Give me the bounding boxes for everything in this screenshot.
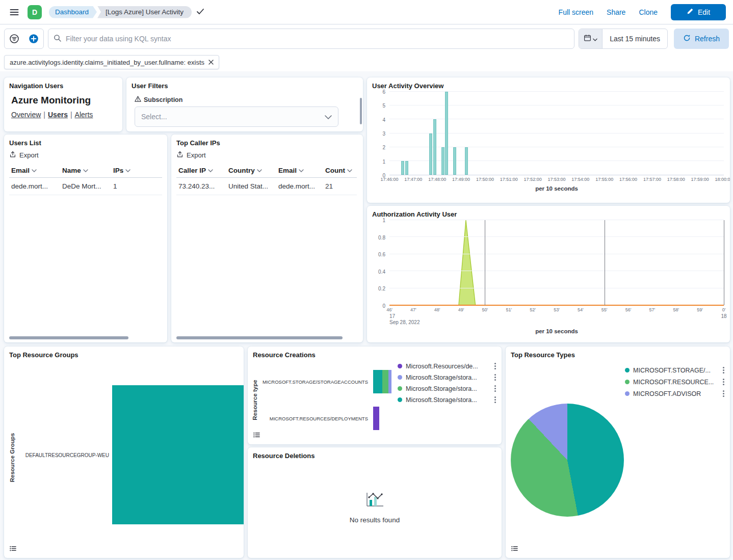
- x-tick-label: 53': [554, 307, 560, 312]
- x-axis-title: per 10 seconds: [389, 183, 724, 196]
- histogram-bar[interactable]: [429, 134, 432, 175]
- chevron-down-icon: [32, 169, 37, 172]
- column-header-name[interactable]: Name: [60, 164, 111, 178]
- y-tick-label: 0.8: [378, 234, 385, 240]
- column-header-ips[interactable]: IPs: [111, 164, 162, 178]
- close-icon[interactable]: [208, 60, 214, 65]
- legend-toggle-icon[interactable]: [9, 545, 17, 554]
- horizontal-scrollbar[interactable]: [176, 336, 343, 339]
- nav-link-overview[interactable]: Overview: [11, 111, 41, 119]
- column-header-country[interactable]: Country: [226, 164, 276, 178]
- histogram-bar[interactable]: [405, 161, 408, 175]
- resource-groups-bar[interactable]: [112, 385, 244, 524]
- bar-segment[interactable]: [382, 370, 388, 393]
- calendar-icon: [584, 34, 591, 43]
- hour-label: 17: [389, 313, 420, 319]
- category-label: MICROSOFT.STORAGE/STORAGEACCOUNTS: [252, 379, 373, 385]
- nav-link-alerts[interactable]: Alerts: [75, 111, 93, 119]
- panel-title: Resource Creations: [248, 346, 502, 359]
- resource-groups-chart: Resource Groups DEFAULTRESOURCEGROUP-WEU: [4, 346, 244, 558]
- subscription-select[interactable]: Select...: [135, 106, 338, 127]
- export-label: Export: [19, 151, 39, 159]
- category-label: DEFAULTRESOURCEGROUP-WEU: [14, 452, 109, 458]
- column-header-count[interactable]: Count: [323, 164, 357, 178]
- vertical-scrollbar[interactable]: [360, 98, 362, 124]
- ellipsis-icon[interactable]: [721, 389, 726, 398]
- filter-pill[interactable]: azure.activitylogs.identity.claims_initi…: [4, 55, 219, 69]
- legend-item[interactable]: MICROSOFT.RESOURCE...: [625, 378, 726, 386]
- legend-item[interactable]: Microsoft.Resources/de...: [398, 362, 498, 370]
- menu-icon[interactable]: [7, 5, 21, 19]
- full-screen-link[interactable]: Full screen: [559, 8, 593, 16]
- cell-caller-ip: 73.240.23...: [176, 178, 226, 195]
- bar-segment[interactable]: [373, 407, 379, 430]
- table-row[interactable]: 73.240.23... United Stat... dede.mort...…: [176, 178, 357, 195]
- calendar-button[interactable]: [579, 29, 603, 48]
- edit-label: Edit: [698, 8, 710, 16]
- histogram-bar[interactable]: [441, 147, 444, 175]
- legend-toggle-icon[interactable]: [253, 431, 260, 440]
- export-button[interactable]: Export: [176, 151, 206, 159]
- histogram-bar[interactable]: [453, 147, 456, 175]
- histogram-bar[interactable]: [465, 147, 468, 175]
- legend-label: Microsoft.Storage/stora...: [406, 385, 477, 392]
- gridline: [389, 147, 724, 147]
- column-header-email[interactable]: Email: [9, 164, 60, 178]
- ellipsis-icon[interactable]: [493, 384, 498, 393]
- bar-segment[interactable]: [373, 370, 382, 393]
- add-filter-icon[interactable]: [24, 29, 43, 48]
- histogram-bar[interactable]: [433, 119, 436, 175]
- nav-link-users[interactable]: Users: [48, 111, 68, 119]
- horizontal-scrollbar[interactable]: [9, 336, 128, 339]
- gridline: [389, 220, 724, 220]
- kql-search-input[interactable]: [66, 35, 569, 43]
- space-avatar[interactable]: D: [28, 5, 42, 19]
- histogram-bar[interactable]: [401, 161, 404, 175]
- x-tick-label: 17:59:00: [691, 177, 709, 182]
- stacked-bar[interactable]: [373, 407, 379, 430]
- user-activity-plot[interactable]: [389, 92, 724, 175]
- legend-item[interactable]: Microsoft.Storage/stora...: [398, 384, 498, 393]
- refresh-button[interactable]: Refresh: [674, 29, 729, 49]
- legend-toggle-icon[interactable]: [511, 545, 518, 554]
- ellipsis-icon[interactable]: [493, 373, 498, 382]
- stacked-bar[interactable]: [373, 370, 391, 393]
- resource-creations-legend: Microsoft.Resources/de...Microsoft.Stora…: [398, 362, 498, 404]
- ellipsis-icon[interactable]: [493, 395, 498, 404]
- resource-creations-rows: MICROSOFT.STORAGE/STORAGEACCOUNTSMICROSO…: [252, 366, 400, 440]
- time-range-button[interactable]: Last 15 minutes: [603, 29, 667, 48]
- panel-title: Top Resource Types: [506, 346, 730, 359]
- legend-item[interactable]: MICROSOFT.STORAGE/...: [625, 366, 726, 375]
- x-axis-end-hour: 18: [721, 313, 726, 319]
- x-tick-label: 17:53:00: [547, 177, 565, 182]
- x-tick-label: 17:47:00: [404, 177, 422, 182]
- share-link[interactable]: Share: [607, 8, 625, 16]
- edit-button[interactable]: Edit: [671, 4, 726, 20]
- column-header-email[interactable]: Email: [276, 164, 323, 178]
- resource-groups-plot[interactable]: [112, 367, 244, 535]
- legend-item[interactable]: MICROSOFT.ADVISOR: [625, 389, 726, 398]
- table-row[interactable]: dede.mort... DeDe Mort... 1: [9, 178, 162, 195]
- export-button[interactable]: Export: [9, 151, 39, 159]
- histogram-bar[interactable]: [445, 92, 448, 175]
- x-tick-label: 55': [601, 307, 608, 312]
- x-tick-label: 49': [458, 307, 464, 312]
- resource-types-pie[interactable]: [511, 404, 624, 517]
- filter-icon[interactable]: [5, 29, 24, 48]
- legend-item[interactable]: Microsoft.Storage/stora...: [398, 395, 498, 404]
- legend-label: MICROSOFT.STORAGE/...: [633, 367, 711, 374]
- breadcrumb-dashboard[interactable]: Dashboard: [49, 6, 97, 18]
- y-tick-label: 5: [382, 103, 385, 109]
- x-tick-label: 56': [625, 307, 632, 312]
- ellipsis-icon[interactable]: [493, 362, 498, 370]
- column-header-caller-ip[interactable]: Caller IP: [176, 164, 226, 178]
- user-activity-chart: 0123456 17:46:0017:47:0017:48:0017:49:00…: [369, 92, 724, 196]
- column-label: Country: [228, 167, 255, 174]
- legend-item[interactable]: Microsoft.Storage/stora...: [398, 373, 498, 382]
- auth-activity-plot[interactable]: [389, 220, 724, 306]
- ellipsis-icon[interactable]: [721, 366, 726, 375]
- bar-segment[interactable]: [388, 370, 391, 393]
- gridline: [389, 161, 724, 161]
- clone-link[interactable]: Clone: [639, 8, 658, 16]
- ellipsis-icon[interactable]: [721, 378, 726, 386]
